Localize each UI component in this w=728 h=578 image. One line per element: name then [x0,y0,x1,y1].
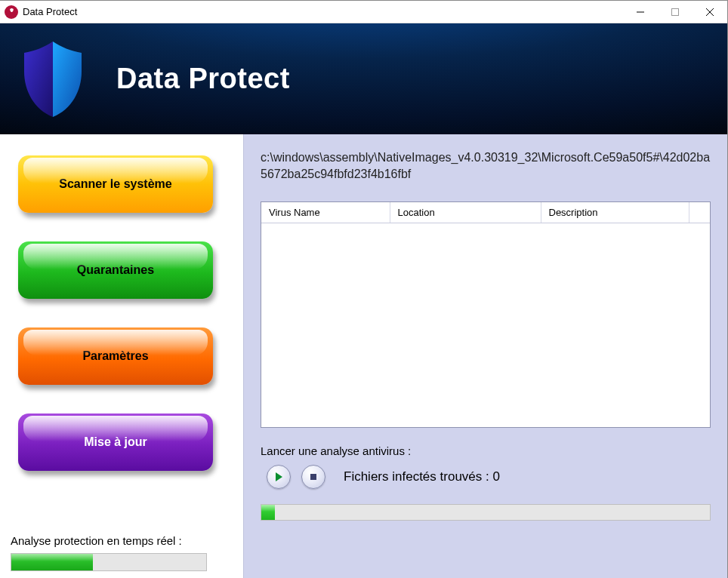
launch-analysis-label: Lancer une analyse antivirus : [261,444,711,457]
sidebar: Scanner le système Quarantaines Paramètr… [0,134,243,578]
app-banner: Data Protect [0,23,727,134]
maximize-button[interactable] [658,1,693,23]
close-button[interactable] [693,1,727,23]
update-button[interactable]: Mise à jour [18,414,213,471]
minimize-button[interactable] [623,1,658,23]
main-panel: c:\windows\assembly\NativeImages_v4.0.30… [243,134,727,578]
settings-button[interactable]: Paramètres [18,327,213,385]
realtime-protection-label: Analyse protection en temps réel : [11,534,233,547]
col-description[interactable]: Description [541,202,689,223]
app-icon [5,5,18,19]
quarantine-button[interactable]: Quarantaines [18,241,213,299]
stop-button[interactable] [301,465,325,489]
play-button[interactable] [267,465,291,489]
realtime-progress-fill [11,554,93,570]
svg-rect-1 [310,474,316,480]
scan-progress [261,504,711,521]
col-virus-name[interactable]: Virus Name [261,202,390,223]
app-name: Data Protect [116,63,290,95]
scan-progress-fill [261,505,275,520]
infected-count-label: Fichiers infectés trouvés : 0 [344,469,500,484]
window-title: Data Protect [23,6,77,17]
col-spacer [689,202,710,223]
col-location[interactable]: Location [390,202,541,223]
current-scan-path: c:\windows\assembly\NativeImages_v4.0.30… [261,149,711,183]
scan-system-button[interactable]: Scanner le système [18,155,213,213]
realtime-progress [11,553,207,571]
svg-rect-0 [672,8,679,15]
shield-icon [12,34,94,125]
titlebar: Data Protect [0,1,727,23]
results-table[interactable]: Virus Name Location Description [261,201,711,428]
